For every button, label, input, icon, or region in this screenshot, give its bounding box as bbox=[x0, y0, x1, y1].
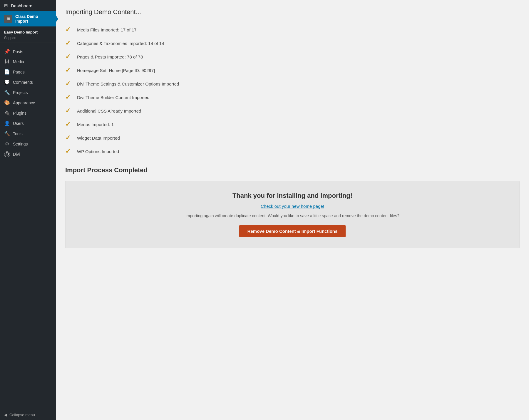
sidebar: ⊞ Dashboard 🖼 Clara Demo Import Easy Dem… bbox=[0, 0, 56, 420]
list-item: ✓ Widget Data Imported bbox=[65, 131, 520, 145]
sidebar-item-users[interactable]: 👤 Users bbox=[0, 118, 56, 128]
import-completed-heading: Import Process Completed bbox=[65, 166, 520, 174]
completion-box-title: Thank you for installing and importing! bbox=[77, 192, 508, 200]
checkmark-icon: ✓ bbox=[65, 39, 72, 47]
sidebar-item-users-label: Users bbox=[13, 121, 24, 126]
sidebar-dashboard-label: Dashboard bbox=[11, 3, 32, 8]
sidebar-collapse-button[interactable]: ◀ Collapse menu bbox=[0, 410, 56, 420]
sidebar-divider bbox=[0, 43, 56, 43]
sidebar-item-pages[interactable]: 📄 Pages bbox=[0, 67, 56, 77]
pages-icon: 📄 bbox=[4, 69, 10, 75]
checkmark-icon: ✓ bbox=[65, 107, 72, 115]
page-heading: Importing Demo Content... bbox=[65, 8, 520, 16]
import-item-text: Categories & Taxonomies Imported: 14 of … bbox=[77, 41, 164, 46]
import-item-text: Homepage Set: Home [Page ID: 90297] bbox=[77, 68, 155, 73]
dashboard-icon: ⊞ bbox=[4, 3, 8, 8]
plugins-icon: 🔌 bbox=[4, 110, 10, 116]
checkmark-icon: ✓ bbox=[65, 26, 72, 34]
list-item: ✓ Media Files Imported: 17 of 17 bbox=[65, 23, 520, 36]
sidebar-item-comments-label: Comments bbox=[13, 80, 33, 85]
sidebar-item-settings[interactable]: ⚙ Settings bbox=[0, 139, 56, 149]
sidebar-item-tools-label: Tools bbox=[13, 131, 23, 136]
import-item-text: Widget Data Imported bbox=[77, 135, 120, 140]
import-item-text: Divi Theme Settings & Customizer Options… bbox=[77, 81, 179, 86]
tools-icon: 🔨 bbox=[4, 131, 10, 136]
list-item: ✓ Menus Imported: 1 bbox=[65, 118, 520, 131]
sidebar-item-dashboard[interactable]: ⊞ Dashboard bbox=[0, 0, 56, 11]
settings-icon: ⚙ bbox=[4, 141, 10, 147]
checkmark-icon: ✓ bbox=[65, 121, 72, 128]
sidebar-easy-demo-section: Easy Demo Import Support bbox=[0, 26, 56, 41]
sidebar-item-appearance-label: Appearance bbox=[13, 101, 35, 105]
comments-icon: 💬 bbox=[4, 79, 10, 85]
sidebar-item-clara-demo-import[interactable]: 🖼 Clara Demo Import bbox=[0, 11, 56, 26]
sidebar-item-posts[interactable]: 📌 Posts bbox=[0, 46, 56, 57]
sidebar-item-media-label: Media bbox=[13, 59, 24, 64]
sidebar-item-settings-label: Settings bbox=[13, 142, 28, 146]
main-content: Importing Demo Content... ✓ Media Files … bbox=[56, 0, 529, 420]
import-item-text: Media Files Imported: 17 of 17 bbox=[77, 27, 137, 32]
sidebar-item-plugins[interactable]: 🔌 Plugins bbox=[0, 108, 56, 118]
divi-icon: D bbox=[4, 151, 10, 157]
sidebar-item-pages-label: Pages bbox=[13, 70, 25, 74]
list-item: ✓ Additional CSS Already Imported bbox=[65, 104, 520, 118]
appearance-icon: 🎨 bbox=[4, 100, 10, 106]
sidebar-item-projects-label: Projects bbox=[13, 90, 28, 95]
sidebar-item-projects[interactable]: 🔧 Projects bbox=[0, 87, 56, 98]
media-icon: 🖼 bbox=[4, 59, 10, 64]
sidebar-item-comments[interactable]: 💬 Comments bbox=[0, 77, 56, 87]
checkmark-icon: ✓ bbox=[65, 66, 72, 74]
list-item: ✓ Homepage Set: Home [Page ID: 90297] bbox=[65, 63, 520, 77]
users-icon: 👤 bbox=[4, 121, 10, 126]
checkmark-icon: ✓ bbox=[65, 93, 72, 101]
sidebar-support-link[interactable]: Support bbox=[4, 36, 16, 40]
checkmark-icon: ✓ bbox=[65, 80, 72, 88]
checkmark-icon: ✓ bbox=[65, 148, 72, 155]
import-item-text: Divi Theme Builder Content Imported bbox=[77, 95, 150, 100]
sidebar-item-divi[interactable]: D Divi bbox=[0, 149, 56, 160]
sidebar-item-tools[interactable]: 🔨 Tools bbox=[0, 128, 56, 139]
collapse-icon: ◀ bbox=[4, 413, 7, 417]
list-item: ✓ Divi Theme Builder Content Imported bbox=[65, 91, 520, 104]
list-item: ✓ Pages & Posts Imported: 78 of 78 bbox=[65, 50, 520, 63]
home-page-link[interactable]: Check out your new home page! bbox=[77, 204, 508, 209]
avatar: 🖼 bbox=[4, 15, 12, 23]
sidebar-item-appearance[interactable]: 🎨 Appearance bbox=[0, 98, 56, 108]
sidebar-active-item-label: Clara Demo Import bbox=[15, 14, 52, 24]
import-item-text: Pages & Posts Imported: 78 of 78 bbox=[77, 54, 143, 59]
checkmark-icon: ✓ bbox=[65, 134, 72, 142]
list-item: ✓ WP Options Imported bbox=[65, 145, 520, 158]
list-item: ✓ Categories & Taxonomies Imported: 14 o… bbox=[65, 36, 520, 50]
sidebar-nav: 📌 Posts 🖼 Media 📄 Pages 💬 Comments 🔧 Pro… bbox=[0, 46, 56, 410]
import-item-text: WP Options Imported bbox=[77, 149, 119, 154]
import-item-text: Menus Imported: 1 bbox=[77, 122, 114, 127]
remove-demo-button[interactable]: Remove Demo Content & Import Functions bbox=[239, 225, 346, 237]
sidebar-item-divi-label: Divi bbox=[13, 152, 20, 157]
import-list: ✓ Media Files Imported: 17 of 17 ✓ Categ… bbox=[65, 23, 520, 158]
list-item: ✓ Divi Theme Settings & Customizer Optio… bbox=[65, 77, 520, 91]
sidebar-item-plugins-label: Plugins bbox=[13, 111, 26, 116]
sidebar-collapse-label: Collapse menu bbox=[9, 413, 35, 417]
checkmark-icon: ✓ bbox=[65, 53, 72, 61]
sidebar-section-title: Easy Demo Import bbox=[4, 30, 52, 34]
completion-box-body: Importing again will create duplicate co… bbox=[77, 213, 508, 218]
posts-icon: 📌 bbox=[4, 49, 10, 54]
sidebar-item-media[interactable]: 🖼 Media bbox=[0, 57, 56, 67]
import-item-text: Additional CSS Already Imported bbox=[77, 108, 141, 113]
completion-box: Thank you for installing and importing! … bbox=[65, 181, 520, 248]
projects-icon: 🔧 bbox=[4, 90, 10, 95]
sidebar-item-posts-label: Posts bbox=[13, 49, 23, 54]
